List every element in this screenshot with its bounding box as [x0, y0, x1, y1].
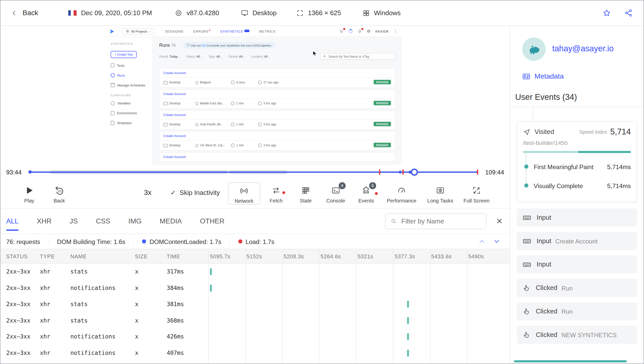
environments-icon [111, 111, 114, 115]
console-count-badge: 4 [339, 182, 346, 189]
speed-toggle[interactable]: 3x [144, 189, 151, 197]
clicked-event-card[interactable]: Clicked NEW SYNTHETICS [517, 326, 637, 344]
visited-event-card[interactable]: Visited Speed Index 5,714 /test-builder/… [517, 121, 637, 202]
filter-by-name-input[interactable] [385, 213, 487, 229]
status-badge: PASSED [374, 122, 391, 126]
table-row[interactable]: 2xx–3xxxhrstatsx381ms [1, 296, 510, 312]
visited-path: /test-builder/1450 [523, 140, 631, 146]
loading-spinner-icon [349, 29, 353, 33]
back-10-button[interactable]: 10 Back [47, 185, 71, 204]
skip-inactivity-toggle[interactable]: ✓ Skip Inactivity [170, 189, 220, 197]
metadata-button[interactable]: Metadata [522, 72, 564, 81]
back-label: Back [23, 9, 38, 17]
sidebar-item-manage-schedules: Manage Schedules [111, 83, 152, 87]
state-panel-button[interactable]: State [292, 182, 320, 204]
session-date: Dec 09, 2020, 05:10 PM [68, 9, 152, 17]
network-panel-button[interactable]: Network [228, 182, 260, 204]
os-label: Windows [374, 9, 401, 17]
network-summary: 76: requests DOM Building Time: 1.6s DOM… [1, 234, 510, 249]
waterfall-bar [210, 268, 212, 275]
current-time: 93:44 [6, 169, 27, 176]
favorite-star-icon[interactable] [602, 9, 611, 17]
metric-row: Visually Complete 5,714ms [534, 176, 631, 195]
alerts-icon [358, 29, 362, 33]
synthetics-new-badge [244, 29, 249, 32]
doc-icon [111, 63, 114, 67]
stopwatch-icon [231, 81, 235, 84]
sort-up-button[interactable] [478, 237, 486, 246]
error-marker [402, 169, 404, 175]
run-card: Create Account Desktop Belgium 4 secs 27… [159, 69, 395, 87]
console-panel-button[interactable]: 4 Console [321, 182, 351, 204]
time-tick: 5095.7s [210, 253, 230, 259]
sidebar-scrollbar[interactable] [514, 360, 627, 362]
time-tick: 5321s [358, 253, 373, 259]
tab-other[interactable]: OTHER [200, 217, 225, 225]
nav-errors: ERRORS [193, 29, 210, 33]
sidebar-section-configure: CONFIGURE [111, 94, 152, 97]
create-test-button: + Create Test [111, 51, 136, 58]
tab-media[interactable]: MEDIA [160, 217, 182, 225]
load-time: Load: 1.7s [230, 238, 283, 245]
table-row[interactable]: 2xx–3xxxhrstatsx368ms [1, 312, 510, 329]
tab-all[interactable]: ALL [6, 217, 18, 225]
table-row[interactable]: 2xx–3xxxhrnotificationsx407ms [1, 345, 510, 361]
table-row[interactable]: 2xx–3xxxhrnotificationsx384ms [1, 280, 510, 296]
metric-dot-icon [524, 184, 528, 188]
table-row[interactable]: 2xx–3xxxhrstatsx317ms [1, 264, 510, 280]
play-icon [24, 185, 35, 195]
player-topbar: Back Dec 09, 2020, 05:10 PM v87.0.4280 D… [1, 1, 644, 26]
playhead[interactable] [411, 169, 418, 176]
waterfall-bar [407, 333, 409, 340]
play-button[interactable]: Play [18, 185, 41, 204]
alert-dot-icon [375, 192, 378, 195]
recorded-app-topbar: All Projects ⌄ SESSIONS ERRORS SYNTHETIC… [105, 26, 402, 37]
close-panel-button[interactable]: × [497, 216, 503, 226]
back-10-icon: 10 [54, 185, 64, 195]
input-event-card[interactable]: Input [517, 209, 637, 227]
clicked-event-card[interactable]: Clicked Run [517, 279, 637, 297]
country-flag-france-icon [68, 10, 77, 16]
performance-panel-button[interactable]: Performance [384, 182, 420, 204]
recorded-app-content: Runs76 ⓘ Use our CLI to include your Syn… [153, 37, 402, 165]
share-icon[interactable] [624, 9, 633, 17]
sidebar-item-tests: Tests [111, 63, 152, 67]
pin-icon [195, 80, 199, 84]
pointer-icon [523, 284, 530, 292]
device-type-label: Desktop [253, 9, 277, 17]
tab-js[interactable]: JS [70, 217, 78, 225]
sort-down-button[interactable] [492, 237, 501, 246]
session-player-window: Back Dec 09, 2020, 05:10 PM v87.0.4280 D… [0, 0, 644, 364]
error-marker [379, 169, 380, 175]
time-tick: 5152s [246, 253, 262, 259]
clicked-event-card[interactable]: Clicked Run [517, 302, 637, 321]
network-icon [239, 186, 249, 195]
tab-xhr[interactable]: XHR [37, 217, 52, 225]
long-tasks-panel-button[interactable]: Long Tasks [422, 182, 458, 204]
long-tasks-icon [436, 186, 445, 195]
windows-icon [362, 9, 370, 17]
input-event-card[interactable]: Input Create Account [517, 232, 637, 250]
tab-img[interactable]: IMG [128, 217, 141, 225]
events-count-badge: 6 [369, 182, 376, 189]
speedometer-icon [397, 186, 406, 195]
requests-count: 76: requests [6, 238, 48, 245]
fetch-panel-button[interactable]: Fetch [262, 182, 290, 204]
monitor-icon [163, 81, 167, 84]
fetch-icon [271, 186, 281, 195]
waterfall-bar [210, 284, 212, 291]
full-screen-button[interactable]: Full Screen [459, 182, 494, 204]
timeline-track[interactable] [29, 165, 478, 179]
tab-css[interactable]: CSS [96, 217, 110, 225]
input-event-card[interactable]: Input [517, 255, 637, 274]
speed-index-label: Speed Index [579, 129, 607, 135]
pointer-icon [523, 307, 530, 315]
browser-version: v87.0.4280 [175, 9, 219, 17]
back-button[interactable]: Back [11, 9, 38, 17]
table-row[interactable]: 2xx–3xxxhrnotificationsx426ms [1, 329, 510, 345]
events-panel-button[interactable]: 6 Events [351, 182, 381, 204]
alert-dot-icon [282, 191, 285, 194]
user-email: tahay@asayer.io [552, 44, 614, 53]
divider [118, 28, 119, 34]
project-selector-label: All Projects [131, 29, 147, 33]
